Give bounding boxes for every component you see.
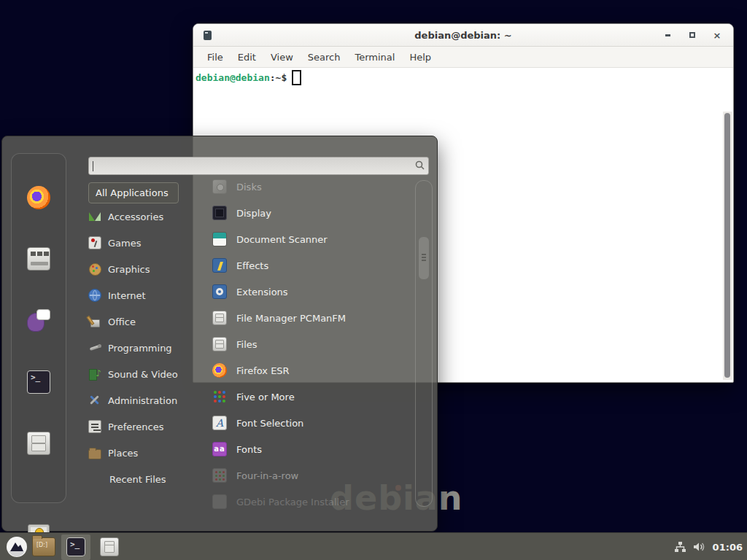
- close-button[interactable]: ×: [711, 29, 723, 41]
- terminal-window-icon: [204, 31, 212, 40]
- menu-search[interactable]: Search: [301, 49, 348, 66]
- terminal-titlebar[interactable]: debian@debian: ~ ×: [193, 24, 733, 47]
- extensions-icon: [212, 284, 227, 299]
- app-five-or-more[interactable]: Five or More: [212, 384, 413, 410]
- category-recent-files[interactable]: Recent Files: [88, 466, 205, 492]
- firefox-icon[interactable]: [27, 186, 50, 209]
- menu-file[interactable]: File: [200, 49, 231, 66]
- programming-icon: [88, 341, 101, 354]
- clock[interactable]: 01:06: [713, 542, 743, 553]
- menu-logo-icon: [6, 536, 28, 558]
- file-manager-launcher[interactable]: [31, 533, 57, 560]
- app-extensions[interactable]: Extensions: [212, 279, 413, 305]
- category-accessories[interactable]: Accessories: [88, 203, 205, 230]
- games-icon: [88, 236, 101, 249]
- folder-icon: [32, 537, 55, 556]
- category-games[interactable]: Games: [88, 230, 205, 256]
- category-preferences[interactable]: Preferences: [88, 413, 205, 440]
- app-files[interactable]: Files: [212, 331, 413, 357]
- terminal-scrollbar-thumb[interactable]: [724, 113, 730, 378]
- category-internet[interactable]: Internet: [88, 282, 205, 308]
- category-places[interactable]: Places: [88, 440, 205, 466]
- app-font-selection[interactable]: Font Selection: [212, 410, 413, 436]
- network-icon[interactable]: [674, 541, 686, 553]
- app-gdebi-package-installer[interactable]: GDebi Package Installer: [212, 489, 413, 515]
- category-sound-video[interactable]: Sound & Video: [88, 361, 205, 387]
- search-icon: [415, 160, 425, 170]
- font-selection-icon: [212, 416, 227, 430]
- search-input[interactable]: [88, 157, 429, 175]
- maximize-button[interactable]: [686, 29, 698, 41]
- category-graphics[interactable]: Graphics: [88, 256, 205, 282]
- four-in-a-row-icon: [212, 468, 227, 483]
- display-icon: [212, 206, 227, 220]
- fonts-icon: [212, 442, 227, 456]
- terminal-icon[interactable]: [27, 370, 50, 394]
- file-cabinet-launcher[interactable]: [96, 533, 123, 560]
- menu-scrollbar[interactable]: [415, 180, 433, 507]
- internet-icon: [88, 289, 101, 302]
- software-manager-icon[interactable]: [27, 247, 50, 271]
- volume-icon[interactable]: [693, 541, 706, 553]
- files-icon: [212, 337, 227, 351]
- terminal-icon: [66, 537, 85, 556]
- all-applications-button[interactable]: All Applications: [88, 182, 179, 203]
- favorites-panel: [11, 153, 66, 503]
- applications-list: Disks Display Document Scanner Effects E…: [212, 174, 413, 515]
- sound-video-icon: [88, 368, 101, 381]
- five-or-more-icon: [212, 389, 227, 404]
- terminal-task-button[interactable]: [61, 533, 90, 560]
- app-disks[interactable]: Disks: [212, 174, 413, 200]
- desktop: debian debian@debian: ~ × File Edit View…: [0, 0, 747, 560]
- app-four-in-a-row[interactable]: Four-in-a-row: [212, 462, 413, 489]
- category-programming[interactable]: Programming: [88, 335, 205, 361]
- app-effects[interactable]: Effects: [212, 252, 413, 279]
- search-caret: [93, 161, 93, 171]
- menu-help[interactable]: Help: [402, 49, 438, 66]
- file-manager-icon[interactable]: [27, 432, 50, 455]
- administration-icon: [88, 394, 101, 407]
- menu-terminal[interactable]: Terminal: [347, 49, 402, 66]
- app-fonts[interactable]: Fonts: [212, 436, 413, 462]
- app-display[interactable]: Display: [212, 200, 413, 226]
- file-manager-icon: [212, 311, 227, 325]
- menu-edit[interactable]: Edit: [231, 49, 263, 66]
- terminal-cursor: [292, 70, 301, 85]
- app-document-scanner[interactable]: Document Scanner: [212, 226, 413, 252]
- effects-icon: [212, 258, 227, 273]
- category-office[interactable]: Office: [88, 308, 205, 335]
- graphics-icon: [88, 262, 101, 276]
- places-icon: [88, 449, 101, 459]
- app-firefox-esr[interactable]: Firefox ESR: [212, 357, 413, 384]
- prompt-suffix: :~$: [270, 72, 287, 83]
- pidgin-icon[interactable]: [27, 308, 50, 332]
- app-file-manager-pcmanfm[interactable]: File Manager PCManFM: [212, 305, 413, 331]
- category-administration[interactable]: Administration: [88, 387, 205, 413]
- taskbar: 01:06: [0, 532, 747, 560]
- system-tray: 01:06: [674, 533, 743, 560]
- terminal-title: debian@debian: ~: [193, 30, 733, 41]
- gdebi-icon: [212, 494, 227, 509]
- preferences-icon: [88, 420, 101, 433]
- prompt-line: debian@debian:~$: [196, 70, 301, 85]
- application-menu: All Applications Accessories Games Graph…: [1, 136, 438, 532]
- menu-scrollbar-thumb[interactable]: [418, 236, 430, 280]
- firefox-icon: [212, 363, 227, 378]
- terminal-scrollbar[interactable]: [723, 112, 732, 380]
- disks-icon: [212, 179, 227, 194]
- menu-view[interactable]: View: [263, 49, 301, 66]
- terminal-menubar: File Edit View Search Terminal Help: [193, 47, 733, 68]
- office-icon: [88, 315, 101, 328]
- menu-button[interactable]: [4, 533, 29, 560]
- accessories-icon: [88, 210, 101, 223]
- file-cabinet-icon: [100, 537, 119, 556]
- prompt-user-host: debian@debian: [196, 72, 270, 83]
- minimize-button[interactable]: [662, 29, 673, 41]
- categories-list: Accessories Games Graphics Internet Offi…: [88, 203, 205, 492]
- document-scanner-icon: [212, 232, 227, 246]
